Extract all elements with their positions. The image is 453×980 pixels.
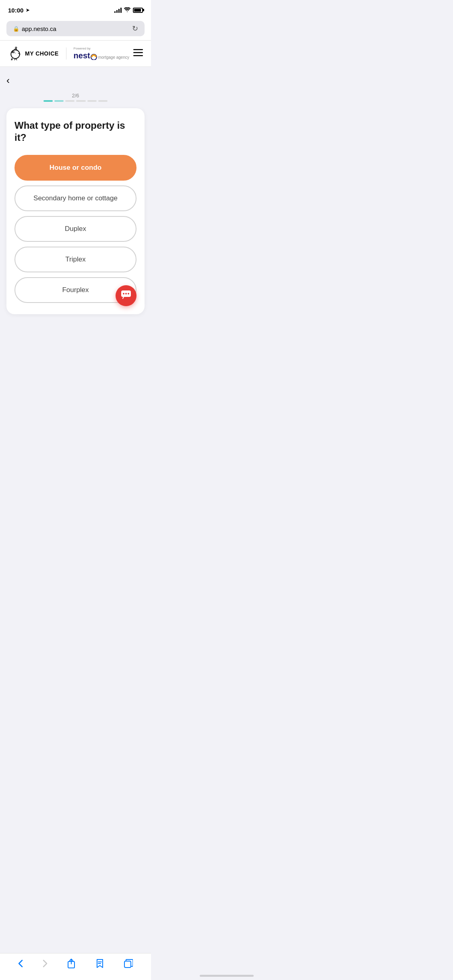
mortgage-agency-label: mortgage agency xyxy=(98,55,129,60)
chat-button[interactable] xyxy=(116,285,137,306)
back-button[interactable]: ‹ xyxy=(6,75,145,86)
url-bar[interactable]: 🔒 app.nesto.ca ↻ xyxy=(6,21,145,36)
url-left: 🔒 app.nesto.ca xyxy=(13,25,56,32)
piggy-icon xyxy=(8,46,23,61)
hamburger-menu-icon[interactable] xyxy=(133,49,143,58)
my-choice-logo: MY CHOICE xyxy=(8,46,59,61)
wifi-icon xyxy=(124,7,130,13)
option-triplex[interactable]: Triplex xyxy=(14,247,137,272)
back-chevron-icon: ‹ xyxy=(6,75,10,86)
logo-divider xyxy=(66,47,66,60)
progress-segment-5 xyxy=(87,100,97,102)
progress-section: 2/6 xyxy=(6,93,145,102)
browser-bar: 🔒 app.nesto.ca ↻ xyxy=(0,18,151,41)
status-icons xyxy=(114,7,143,13)
nesto-text: nest xyxy=(74,51,90,60)
progress-segment-6 xyxy=(98,100,108,102)
svg-point-3 xyxy=(15,47,17,49)
nesto-o-icon xyxy=(91,52,97,60)
svg-rect-9 xyxy=(133,55,143,56)
svg-point-2 xyxy=(12,52,13,52)
svg-point-1 xyxy=(12,51,14,53)
progress-segment-4 xyxy=(76,100,85,102)
status-bar: 10:00 ➤ xyxy=(0,0,151,18)
svg-point-12 xyxy=(125,293,127,294)
card-title: What type of property is it? xyxy=(14,119,137,144)
url-text: app.nesto.ca xyxy=(22,25,56,32)
svg-point-13 xyxy=(128,293,129,294)
battery-icon xyxy=(133,8,143,13)
option-secondary-home[interactable]: Secondary home or cottage xyxy=(14,185,137,211)
progress-track xyxy=(43,100,108,102)
progress-segment-2 xyxy=(54,100,64,102)
progress-segment-3 xyxy=(65,100,74,102)
svg-rect-8 xyxy=(133,52,143,54)
nesto-logo-area: Powered by nest mortgage agency xyxy=(74,47,129,60)
signal-bars-icon xyxy=(114,7,122,13)
property-type-card: What type of property is it? House or co… xyxy=(6,108,145,314)
progress-label: 2/6 xyxy=(72,93,79,99)
location-arrow-icon: ➤ xyxy=(26,8,29,13)
status-time: 10:00 ➤ xyxy=(8,7,29,14)
lock-icon: 🔒 xyxy=(13,26,19,32)
powered-by-label: Powered by xyxy=(74,47,129,50)
svg-rect-7 xyxy=(133,49,143,50)
options-list: House or condo Secondary home or cottage… xyxy=(14,155,137,303)
main-content: ‹ 2/6 What type of property is it? House… xyxy=(0,67,151,322)
option-house-condo[interactable]: House or condo xyxy=(14,155,137,181)
svg-point-11 xyxy=(123,293,124,294)
refresh-icon[interactable]: ↻ xyxy=(132,24,138,33)
svg-point-6 xyxy=(93,56,95,58)
option-duplex[interactable]: Duplex xyxy=(14,216,137,242)
app-header: MY CHOICE Powered by nest mortgage agenc… xyxy=(0,41,151,67)
progress-segment-1 xyxy=(43,100,53,102)
logo-area: MY CHOICE Powered by nest mortgage agenc… xyxy=(8,46,129,61)
svg-rect-4 xyxy=(14,52,16,54)
my-choice-text: MY CHOICE xyxy=(25,50,59,57)
chat-icon xyxy=(121,290,131,301)
svg-point-0 xyxy=(11,50,20,59)
